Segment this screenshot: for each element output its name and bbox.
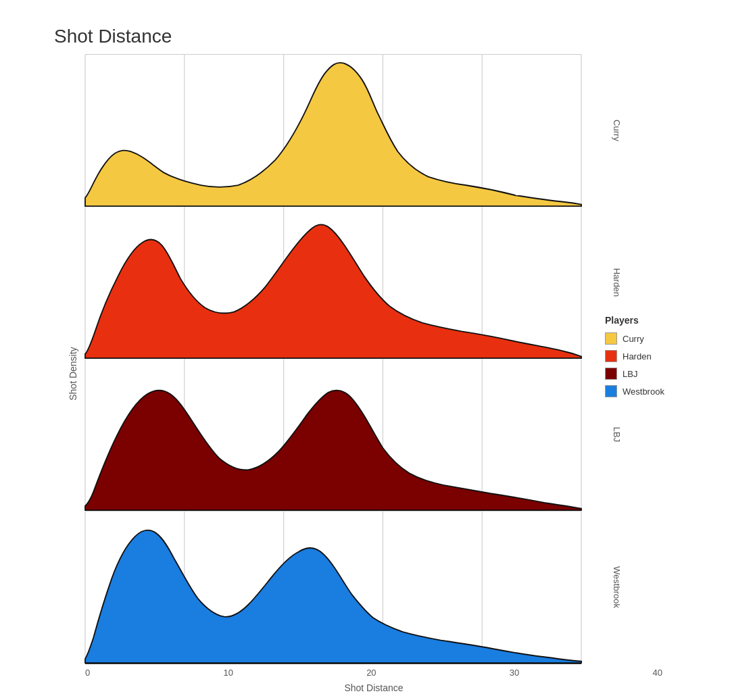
x-axis-area: 0 10 20 30 40 Shot Distance [85, 664, 703, 693]
x-tick-10: 10 [223, 668, 233, 678]
harden-label: Harden [612, 268, 622, 297]
legend-lbj-label: LBJ [623, 369, 637, 379]
plots-and-legend: Curry Ha [85, 54, 703, 664]
harden-swatch [605, 350, 617, 362]
x-tick-30: 30 [510, 668, 519, 678]
x-tick-20: 20 [366, 668, 376, 678]
chart-container: Shot Distance Shot Density [14, 12, 716, 688]
legend-item-curry: Curry [605, 332, 693, 345]
x-tick-0: 0 [85, 668, 90, 678]
legend-item-harden: Harden [605, 350, 693, 362]
westbrook-swatch [605, 385, 617, 397]
legend: Players Curry Harden LBJ [595, 305, 703, 413]
x-tick-40: 40 [653, 668, 662, 678]
westbrook-label: Westbrook [612, 566, 622, 608]
westbrook-plot-row: Westbrook [85, 511, 581, 664]
y-axis-label: Shot Density [68, 54, 78, 693]
curry-swatch [605, 332, 617, 345]
harden-density-plot [85, 207, 581, 358]
curry-label: Curry [612, 120, 622, 141]
legend-item-lbj: LBJ [605, 368, 693, 380]
legend-westbrook-label: Westbrook [623, 386, 664, 397]
harden-plot-row: Harden [85, 207, 581, 359]
x-ticks: 0 10 20 30 40 [85, 664, 662, 680]
chart-title: Shot Distance [54, 26, 703, 47]
lbj-plot-row: LBJ [85, 359, 581, 511]
legend-harden-label: Harden [623, 351, 652, 361]
legend-title: Players [605, 315, 693, 326]
chart-body: Shot Density [68, 54, 703, 693]
westbrook-density-plot [85, 511, 581, 663]
curry-plot-row: Curry [85, 54, 581, 207]
lbj-density-plot [85, 359, 581, 510]
legend-curry-label: Curry [623, 334, 644, 344]
plots-area: Curry Ha [85, 54, 581, 664]
x-axis-label: Shot Distance [85, 682, 662, 693]
legend-item-westbrook: Westbrook [605, 385, 693, 397]
lbj-label: LBJ [612, 427, 622, 442]
lbj-swatch [605, 368, 617, 380]
curry-density-plot [85, 55, 581, 206]
